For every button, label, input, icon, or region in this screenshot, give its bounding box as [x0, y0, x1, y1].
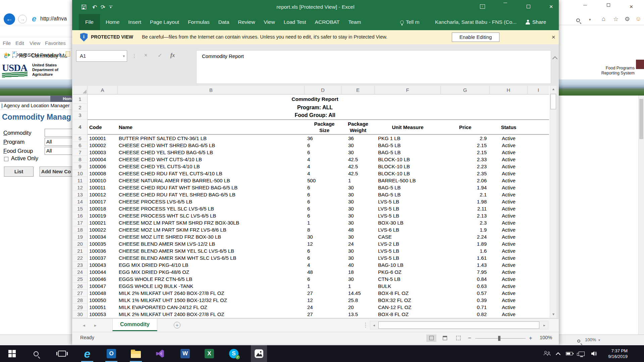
enter-check-icon[interactable]: ✓ — [158, 52, 162, 59]
sheet-tab-commodity[interactable]: Commodity — [112, 319, 157, 331]
ie-close-button[interactable]: × — [624, 2, 639, 12]
cell-price[interactable]: 0.57 — [441, 290, 490, 297]
cell-code[interactable]: 100046 — [88, 276, 118, 283]
favorites-icon[interactable]: ☆ — [613, 15, 619, 23]
cell-status[interactable]: Active — [490, 198, 528, 205]
scrollbar-thumb[interactable] — [378, 321, 539, 329]
cell-empty[interactable] — [528, 163, 549, 170]
cell-package-weight[interactable]: 48 — [341, 226, 375, 233]
row-header[interactable]: 27 — [73, 290, 88, 297]
row-header[interactable]: 6 — [73, 142, 88, 149]
column-header-a[interactable]: A — [88, 86, 118, 94]
cell-unit-measure[interactable]: BLOCK-10 LB — [375, 163, 441, 170]
page-break-view-button[interactable] — [453, 335, 463, 342]
select-all-corner[interactable] — [73, 86, 88, 94]
cell-name[interactable]: CHEESE PROCESS YEL SLC LVS-6/5 LB — [118, 205, 305, 212]
cell-name[interactable]: MILK 1% MILKFAT UHT 1500 BOX-12/32 FL OZ — [118, 297, 305, 304]
cell-status[interactable]: Active — [490, 311, 528, 318]
cell-code[interactable]: 100044 — [88, 268, 118, 276]
column-header-g[interactable]: G — [441, 86, 490, 94]
cell-name[interactable]: MILK EVAPORATED CAN-24/12 FL OZ — [118, 304, 305, 311]
row-header[interactable]: 18 — [73, 226, 88, 233]
cell-status[interactable]: Active — [490, 233, 528, 240]
cell-package-size[interactable]: 8 — [305, 226, 341, 233]
cell-code[interactable]: 100002 — [88, 142, 118, 149]
cell-status[interactable]: Active — [490, 177, 528, 184]
cell-empty[interactable] — [528, 276, 549, 283]
scrollbar-thumb[interactable] — [550, 94, 556, 109]
tell-me-box[interactable]: Tell m — [400, 14, 419, 30]
prev-sheet-icon[interactable]: ◂ — [83, 323, 85, 328]
cell-status[interactable]: Active — [490, 212, 528, 219]
report-title-cell[interactable]: Commodity Report — [88, 95, 542, 104]
cell-name[interactable]: CHEESE MOZ LM PART SKIM FRZ LVS-8/6 LB — [118, 226, 305, 233]
row-header[interactable]: 11 — [73, 177, 88, 184]
cell-code[interactable]: 100053 — [88, 311, 118, 318]
cell-empty[interactable] — [528, 254, 549, 261]
cell-code[interactable]: 100017 — [88, 198, 118, 205]
row-header[interactable]: 28 — [73, 297, 88, 304]
minimize-button[interactable] — [497, 0, 513, 14]
header-name[interactable]: Name — [118, 119, 305, 135]
cell-package-size[interactable]: 6 — [305, 254, 341, 261]
cell-empty[interactable] — [528, 283, 549, 290]
cell-unit-measure[interactable]: LVS-5 LB — [375, 198, 441, 205]
cell-empty[interactable] — [528, 268, 549, 276]
cell-package-size[interactable]: 36 — [305, 135, 341, 142]
commodity-input[interactable] — [45, 129, 72, 137]
cell-code[interactable]: 100012 — [88, 191, 118, 198]
cell-code[interactable]: 100004 — [88, 156, 118, 163]
cell-package-size[interactable]: 27 — [305, 311, 341, 318]
search-dropdown-icon[interactable]: ▾ — [589, 17, 591, 22]
row-header[interactable]: 4 — [73, 119, 88, 135]
normal-view-button[interactable] — [426, 335, 436, 342]
cell-status[interactable]: Active — [490, 240, 528, 247]
menu-view[interactable]: View — [30, 40, 40, 46]
cell-package-weight[interactable]: 30 — [341, 212, 375, 219]
cell-unit-measure[interactable]: LVS-5 LB — [375, 247, 441, 254]
cell-price[interactable]: 2.1 — [441, 191, 490, 198]
cell-code[interactable]: 100050 — [88, 297, 118, 304]
row-header[interactable]: 24 — [73, 268, 88, 276]
cell-package-weight[interactable]: 30 — [341, 254, 375, 261]
cell-name[interactable]: CHEESE CHED RDU FAT YEL SHRED BAG-6/5 LB — [118, 191, 305, 198]
name-box[interactable]: A1 ▾ — [76, 50, 127, 62]
cell-code[interactable]: 100006 — [88, 163, 118, 170]
cell-unit-measure[interactable]: BOX-30 LB — [375, 219, 441, 226]
cell-unit-measure[interactable]: LVS-2 LB — [375, 240, 441, 247]
row-header[interactable]: 5 — [73, 135, 88, 142]
cell-package-weight[interactable]: 20 — [341, 304, 375, 311]
ie-tab[interactable]: e FPRS - Commodity Ma — [0, 25, 72, 37]
cell-code[interactable]: 100003 — [88, 149, 118, 156]
cell-status[interactable]: Active — [490, 205, 528, 212]
cell-name[interactable]: BUTTER PRINT SALTED CTN-36/1 LB — [118, 135, 305, 142]
page-layout-view-button[interactable] — [440, 335, 450, 342]
row-header[interactable]: 22 — [73, 254, 88, 261]
cell-unit-measure[interactable]: BAG-5 LB — [375, 142, 441, 149]
cell-package-size[interactable]: 500 — [305, 177, 341, 184]
cell-price[interactable]: 0.71 — [441, 304, 490, 311]
cell-unit-measure[interactable]: BLOCK-10 LB — [375, 156, 441, 163]
cell-status[interactable]: Active — [490, 276, 528, 283]
row-header[interactable]: 15 — [73, 205, 88, 212]
feedback-smiley-icon[interactable]: ☺ — [635, 15, 641, 22]
cell-code[interactable]: 100047 — [88, 283, 118, 290]
favorites-link[interactable]: WBSCM Portal.url — [19, 52, 60, 58]
cell-package-weight[interactable]: 30 — [341, 276, 375, 283]
zoom-out-icon[interactable]: − — [468, 335, 471, 342]
cell-price[interactable]: 2.11 — [441, 205, 490, 212]
cell-name[interactable]: CHEESE CHED RDU FAT YEL CUTS-4/10 LB — [118, 170, 305, 177]
column-header-e[interactable]: E — [341, 86, 375, 94]
menu-edit[interactable]: Edit — [15, 40, 24, 46]
scroll-down-icon[interactable]: ▼ — [550, 311, 557, 318]
cell-empty[interactable] — [528, 261, 549, 268]
people-icon[interactable] — [542, 351, 553, 356]
close-button[interactable]: × — [543, 0, 559, 14]
cell-price[interactable]: 1.98 — [441, 198, 490, 205]
network-icon[interactable] — [575, 352, 588, 356]
cell-package-size[interactable]: 1 — [305, 283, 341, 290]
cell-package-weight[interactable]: 40 — [341, 261, 375, 268]
cell-name[interactable]: CHEESE CHED YEL CUTS-4/10 LB — [118, 163, 305, 170]
cell-status[interactable]: Active — [490, 219, 528, 226]
cell-package-weight[interactable]: 36 — [341, 135, 375, 142]
